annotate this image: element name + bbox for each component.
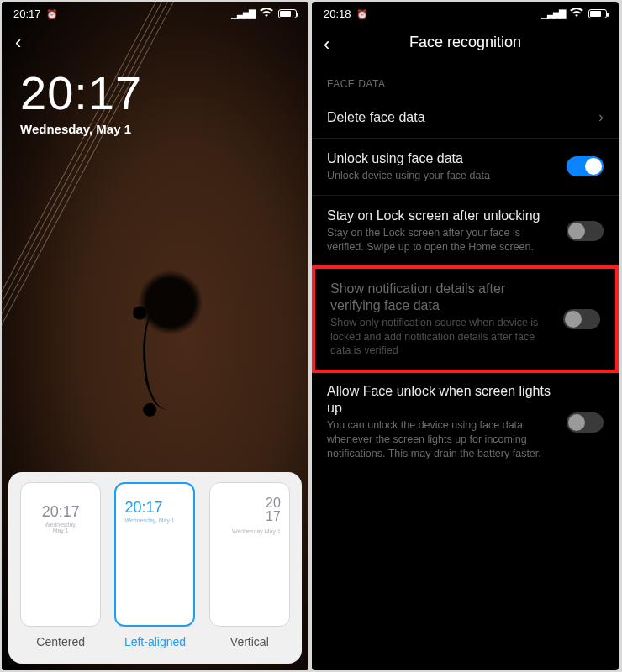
lock-clock-date: Wednesday, May 1: [20, 122, 142, 136]
toggle-unlock-face-data[interactable]: [567, 156, 604, 176]
clock-style-label: Left-aligned: [124, 635, 186, 648]
wifi-icon: [260, 8, 273, 20]
clock-style-chooser: 20:17 Wednesday, May 1 Centered 20:17 We…: [8, 472, 302, 664]
clock-style-label: Vertical: [230, 635, 269, 648]
back-button[interactable]: ‹: [324, 34, 329, 55]
row-show-notification-details[interactable]: Show notification details after verifyin…: [312, 265, 619, 374]
status-time: 20:18: [324, 8, 351, 20]
clock-style-option-vertical[interactable]: 20 17 Wednesday May 1 Vertical: [206, 482, 293, 648]
settings-header: ‹ Face recognition: [312, 25, 619, 61]
row-subtitle: Unlock device using your face data: [327, 169, 553, 183]
toggle-allow-face-unlock-screen-light[interactable]: [567, 412, 604, 433]
clock-style-option-centered[interactable]: 20:17 Wednesday, May 1 Centered: [17, 482, 104, 648]
face-recognition-settings: 20:18 ▁▃▅▇ ‹ Face recognition FACE DATA …: [312, 2, 619, 670]
status-bar: 20:17 ▁▃▅▇: [2, 2, 308, 25]
row-subtitle: Stay on the Lock screen after your face …: [327, 226, 553, 255]
alarm-icon: [46, 8, 58, 20]
row-delete-face-data[interactable]: Delete face data ›: [312, 97, 619, 139]
battery-icon: [588, 9, 607, 18]
alarm-icon: [356, 8, 368, 20]
chevron-right-icon: ›: [598, 108, 604, 126]
clock-style-thumb-centered: 20:17 Wednesday, May 1: [20, 482, 101, 627]
row-stay-on-lock-screen[interactable]: Stay on Lock screen after unlocking Stay…: [312, 196, 619, 267]
row-subtitle: Show only notification source when devic…: [330, 316, 550, 359]
status-bar: 20:18 ▁▃▅▇: [312, 2, 619, 25]
battery-icon: [278, 9, 297, 18]
row-allow-face-unlock-screen-light[interactable]: Allow Face unlock when screen lights up …: [312, 371, 619, 473]
lock-clock-time: 20:17: [20, 66, 142, 120]
toggle-stay-on-lock-screen[interactable]: [567, 221, 604, 241]
clock-style-option-left-aligned[interactable]: 20:17 Wednesday, May 1 Left-aligned: [111, 482, 198, 648]
clock-style-label: Centered: [36, 635, 85, 648]
row-title: Allow Face unlock when screen lights up: [327, 383, 553, 417]
clock-style-thumb-vertical: 20 17 Wednesday May 1: [209, 482, 290, 627]
wifi-icon: [570, 8, 583, 20]
row-title: Stay on Lock screen after unlocking: [327, 207, 553, 224]
back-button[interactable]: ‹: [15, 32, 21, 54]
lockscreen-phone: 20:17 ▁▃▅▇ ‹ 20:17 Wednesday, May 1 20:1…: [2, 2, 308, 670]
row-title: Delete face data: [327, 109, 585, 126]
signal-icon: ▁▃▅▇: [541, 8, 565, 19]
row-title: Unlock using face data: [327, 150, 553, 167]
signal-icon: ▁▃▅▇: [231, 8, 255, 19]
clock-style-thumb-left-aligned: 20:17 Wednesday, May 1: [114, 482, 195, 627]
row-title: Show notification details after verifyin…: [330, 281, 550, 314]
toggle-show-notification-details[interactable]: [563, 309, 600, 329]
row-subtitle: You can unlock the device using face dat…: [327, 418, 553, 461]
row-unlock-using-face-data[interactable]: Unlock using face data Unlock device usi…: [312, 139, 619, 196]
lock-clock: 20:17 Wednesday, May 1: [20, 66, 142, 136]
status-time: 20:17: [13, 8, 41, 20]
section-title-face-data: FACE DATA: [312, 61, 619, 97]
page-title: Face recognition: [312, 34, 619, 51]
